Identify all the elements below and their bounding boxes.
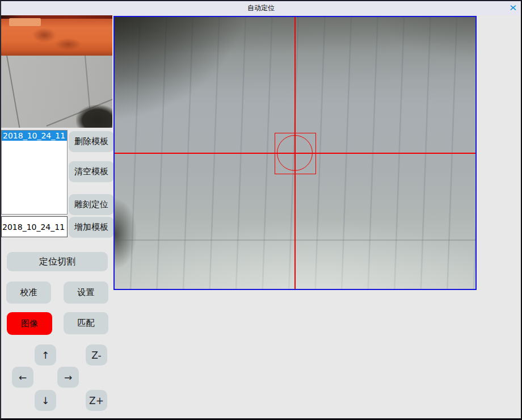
jog-right-button[interactable]: → [57,367,79,388]
titlebar[interactable]: 自动定位 ✕ [1,1,521,15]
image-button[interactable]: 图像 [7,312,52,335]
template-preview-image [1,15,112,128]
settings-button[interactable]: 设置 [64,282,108,304]
close-icon[interactable]: ✕ [509,2,517,14]
window-title: 自动定位 [247,3,275,13]
jog-z-plus-button[interactable]: Z+ [86,390,107,411]
clear-templates-button[interactable]: 清空模板 [69,161,114,182]
light-orange-patch [9,18,41,26]
auto-position-dialog: 自动定位 ✕ 2018_10_24_11 删除模板 清空模板 雕刻定位 增加模板… [0,0,522,420]
camera-view[interactable] [113,16,477,290]
beam-stain [32,28,56,43]
add-template-button[interactable]: 增加模板 [69,217,114,238]
jog-left-button[interactable]: ← [12,367,33,388]
tile-grout-line [6,56,20,128]
beam-stain [55,38,81,51]
delete-template-button[interactable]: 删除模板 [69,131,114,152]
jog-down-button[interactable]: ↓ [35,390,56,411]
template-list[interactable]: 2018_10_24_11 [1,130,68,215]
jog-z-minus-button[interactable]: Z- [86,345,107,366]
jog-up-button[interactable]: ↑ [35,345,56,366]
template-list-item[interactable]: 2018_10_24_11 [2,131,67,141]
engrave-position-button[interactable]: 雕刻定位 [69,194,114,215]
position-cut-button[interactable]: 定位切割 [7,252,108,271]
template-name-input[interactable] [1,216,68,237]
roi-circle-overlay [277,135,313,171]
match-button[interactable]: 匹配 [64,312,108,334]
calibrate-button[interactable]: 校准 [6,282,51,304]
dark-object [76,105,112,128]
